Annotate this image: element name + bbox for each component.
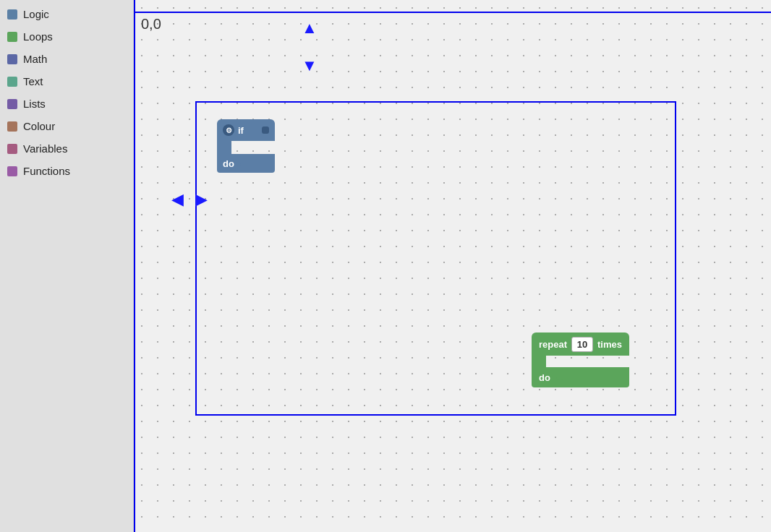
sidebar-item-logic[interactable]: Logic (0, 3, 133, 25)
sidebar-item-math[interactable]: Math (0, 48, 133, 70)
sidebar-item-label-text: Text (23, 75, 43, 87)
variables-color-indicator (7, 144, 17, 154)
sidebar-item-label-colour: Colour (23, 120, 55, 132)
gear-icon: ⚙ (223, 124, 234, 136)
sidebar-item-label-functions: Functions (23, 165, 70, 177)
lists-color-indicator (7, 99, 17, 109)
sidebar-item-functions[interactable]: Functions (0, 160, 133, 182)
workspace-coordinates: 0,0 (141, 16, 161, 33)
repeat-block[interactable]: repeat 10 times do (532, 332, 629, 387)
vertical-guide-line (134, 0, 135, 532)
sidebar-item-label-logic: Logic (23, 8, 49, 20)
sidebar-item-label-lists: Lists (23, 98, 46, 110)
resize-vertical-arrow[interactable]: ▲ ▼ (302, 20, 318, 74)
text-color-indicator (7, 77, 17, 87)
if-block-do[interactable]: do (217, 154, 275, 173)
sidebar-item-lists[interactable]: Lists (0, 93, 133, 115)
repeat-block-do[interactable]: do (532, 367, 629, 387)
if-block[interactable]: ⚙ if do (217, 119, 275, 173)
sidebar-item-label-variables: Variables (23, 142, 67, 155)
horizontal-guide-line (134, 12, 771, 13)
logic-color-indicator (7, 9, 17, 20)
sidebar-item-label-math: Math (23, 53, 47, 65)
sidebar: LogicLoopsMathTextListsColourVariablesFu… (0, 0, 134, 532)
if-block-header[interactable]: ⚙ if (217, 119, 275, 141)
puzzle-out-icon (240, 160, 247, 166)
arrow-down-icon: ▼ (302, 58, 318, 74)
repeat-puzzle-out (556, 374, 563, 380)
sidebar-item-colour[interactable]: Colour (0, 115, 133, 137)
resize-horizontal-arrow[interactable]: ◀ ▶ (171, 192, 208, 207)
times-label: times (597, 339, 622, 350)
sidebar-item-variables[interactable]: Variables (0, 137, 133, 160)
repeat-label: repeat (539, 339, 567, 350)
do-label: do (223, 158, 234, 169)
colour-color-indicator (7, 121, 17, 132)
sidebar-item-loops[interactable]: Loops (0, 25, 133, 48)
loops-color-indicator (7, 32, 17, 42)
math-color-indicator (7, 54, 17, 64)
functions-color-indicator (7, 166, 17, 176)
sidebar-item-text[interactable]: Text (0, 70, 133, 93)
arrow-up-icon: ▲ (302, 20, 318, 36)
if-puzzle-connector (262, 126, 269, 134)
workspace[interactable]: 0,0 ▲ ▼ ◀ ▶ ⚙ if do (134, 0, 771, 532)
sidebar-item-label-loops: Loops (23, 30, 53, 43)
arrow-left-icon: ◀ (171, 192, 184, 207)
arrow-right-icon: ▶ (195, 192, 208, 207)
repeat-block-header[interactable]: repeat 10 times (532, 332, 629, 356)
repeat-count-input[interactable]: 10 (571, 337, 593, 352)
repeat-do-label: do (539, 372, 550, 383)
if-label: if (238, 125, 244, 136)
